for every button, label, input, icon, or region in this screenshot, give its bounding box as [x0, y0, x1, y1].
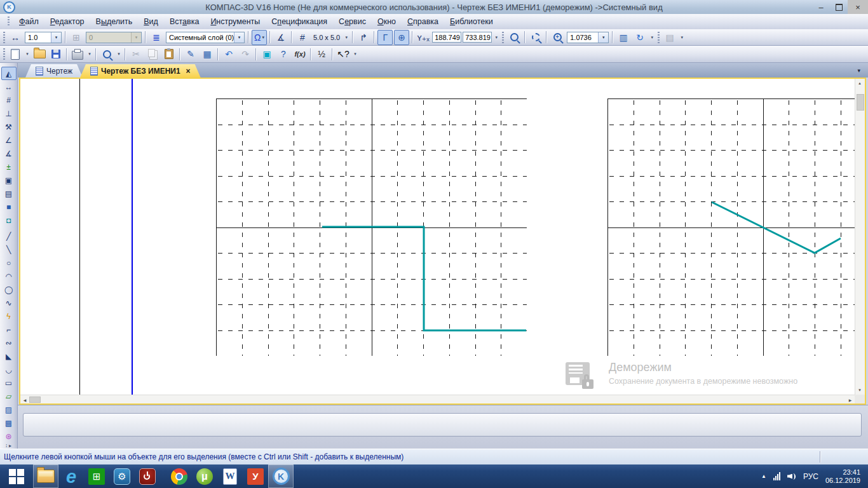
horizontal-scroll-thumb[interactable] [29, 396, 41, 403]
zoom-page-icon[interactable] [506, 30, 522, 45]
menu-item-Спецификация[interactable]: Спецификация [266, 15, 333, 28]
renumber-icon[interactable]: ½ [314, 46, 329, 62]
vertical-scroll-thumb[interactable] [857, 94, 864, 111]
plot-icon[interactable]: ▤ [662, 30, 677, 45]
layer-copy-icon[interactable]: ⊞ [69, 30, 84, 45]
coord-y-input[interactable]: 733.819 [463, 32, 492, 43]
local-csys-icon[interactable]: ↱ [356, 30, 371, 45]
utorrent-button[interactable]: µ [192, 464, 217, 488]
tab-Чертеж БЕЗ ИМЕНИ1[interactable]: Чертеж БЕЗ ИМЕНИ1× [80, 64, 201, 78]
save-icon[interactable] [48, 46, 64, 62]
power-button[interactable] [135, 464, 160, 488]
fx-icon[interactable]: f(x) [292, 46, 308, 62]
zoom-in-icon[interactable]: + [550, 30, 565, 45]
tab-close-icon[interactable]: × [186, 67, 191, 76]
menu-item-Вид[interactable]: Вид [138, 15, 164, 28]
arc-tool[interactable]: ◠ [1, 269, 17, 283]
rail-grip-icon[interactable]: ⁞ [6, 443, 7, 449]
print-preview-icon[interactable] [99, 46, 114, 62]
preview-dropdown[interactable]: ▾ [115, 48, 123, 60]
toolbar-grip[interactable] [3, 32, 5, 43]
angle-snap-icon[interactable]: ∡ [273, 30, 288, 45]
print-dropdown[interactable]: ▾ [86, 48, 93, 60]
scroll-down-icon[interactable]: ▼ [855, 386, 864, 395]
spray-tool[interactable]: ⊛ [1, 430, 17, 443]
word-button[interactable]: W [217, 464, 243, 488]
refresh-icon[interactable]: ↻ [632, 30, 648, 45]
drawing-view-2[interactable] [607, 98, 855, 356]
language-indicator[interactable]: РУС [803, 472, 818, 481]
layers-icon[interactable]: ≣ [149, 30, 164, 45]
ortho-mode-button[interactable]: Г [377, 30, 393, 45]
volume-icon[interactable] [787, 473, 796, 480]
snap-magnet-button[interactable]: Ω▾ [252, 30, 267, 45]
chrome-button[interactable] [166, 464, 192, 488]
selection-tool[interactable]: ± [1, 160, 17, 173]
menu-item-Файл[interactable]: Файл [13, 15, 44, 28]
drawing-view-1[interactable] [216, 98, 527, 356]
new-document-icon[interactable] [8, 46, 23, 62]
measure-tool[interactable]: ∡ [1, 147, 17, 160]
rail-expand-icon[interactable]: ▸ [9, 443, 11, 449]
hatch-tool[interactable]: ▨ [1, 403, 17, 416]
dimensions-tool[interactable]: ↔ [1, 80, 17, 93]
ellipse-tool[interactable]: ◯ [1, 283, 17, 296]
fillet-tool[interactable]: ◡ [1, 363, 17, 376]
layer-number-combo[interactable]: 0▾ [86, 32, 142, 43]
combo-dropdown-icon[interactable]: ▾ [598, 32, 608, 43]
menu-item-Выделить[interactable]: Выделить [90, 15, 139, 28]
layer-name-combo[interactable]: Системный слой (0)▾ [166, 32, 245, 43]
report-tool[interactable]: ▤ [1, 187, 17, 200]
fill-tool[interactable]: ▩ [1, 416, 17, 430]
menu-item-Инструменты[interactable]: Инструменты [205, 15, 266, 28]
restore-button[interactable] [830, 0, 848, 14]
undo-icon[interactable]: ↶ [221, 46, 236, 62]
circle-tool[interactable]: ○ [1, 256, 17, 269]
open-document-icon[interactable] [32, 46, 47, 62]
network-signal-icon[interactable] [773, 472, 780, 480]
tray-expand-icon[interactable]: ▲ [761, 473, 766, 479]
spec-window-tool[interactable]: ▣ [1, 173, 17, 187]
segment-tool[interactable]: ╱ [1, 229, 17, 243]
aux-line-tool[interactable]: ╲ [1, 243, 17, 256]
ie-button[interactable]: e [58, 464, 84, 488]
combo-dropdown-icon[interactable]: ▾ [234, 32, 244, 43]
chamfer-tool[interactable]: ◣ [1, 349, 17, 363]
cursor-coords-icon[interactable]: ʏ₊ₓ [416, 30, 431, 45]
coord-x-input[interactable]: 188.749 [432, 32, 461, 43]
menu-item-Окно[interactable]: Окно [372, 15, 402, 28]
minimize-button[interactable]: – [812, 0, 830, 14]
context-help-icon[interactable]: ↖? [336, 46, 351, 62]
start-button[interactable] [0, 464, 33, 488]
zoom-area-icon[interactable] [528, 30, 543, 45]
explorer-button[interactable] [33, 464, 58, 488]
snap-points-button[interactable]: ⊕ [394, 30, 409, 45]
designation-grid-tool[interactable]: # [1, 93, 17, 107]
grid-icon[interactable]: # [295, 30, 310, 45]
variables-window-icon[interactable]: ▣ [259, 46, 275, 62]
toolbar-grip[interactable] [3, 48, 5, 60]
polyline-tool[interactable]: ⌐ [1, 323, 17, 336]
coords-more-button[interactable]: ▾ [492, 32, 500, 43]
lightning-tool[interactable]: ϟ [1, 309, 17, 323]
view-more-button[interactable]: ▾ [648, 32, 656, 43]
quick-help-icon[interactable]: ? [276, 46, 291, 62]
grid-dropdown[interactable]: ▾ [342, 32, 350, 43]
line-scale-combo[interactable]: 1.0▾ [25, 32, 62, 43]
print-icon[interactable] [70, 46, 85, 62]
rectangle-tool[interactable]: ▭ [1, 376, 17, 390]
vertical-scrollbar[interactable]: ▲ ▼ [855, 79, 865, 395]
ruler-icon[interactable]: ▥ [616, 30, 631, 45]
scroll-left-icon[interactable]: ◀ [20, 395, 29, 404]
line-scale-icon[interactable]: ↔ [8, 30, 23, 45]
nurbs-tool[interactable]: ∿ [1, 296, 17, 309]
menu-item-Редактор[interactable]: Редактор [44, 15, 90, 28]
new-document-dropdown[interactable]: ▾ [24, 48, 31, 60]
menu-item-Вставка[interactable]: Вставка [164, 15, 205, 28]
properties-table-icon[interactable]: ▦ [200, 46, 215, 62]
close-button[interactable]: × [848, 0, 868, 14]
contour-tool[interactable]: ▱ [1, 390, 17, 403]
toolbar-grip[interactable] [658, 32, 660, 43]
property-panel-field[interactable] [23, 413, 862, 437]
paste-icon[interactable] [161, 46, 177, 62]
